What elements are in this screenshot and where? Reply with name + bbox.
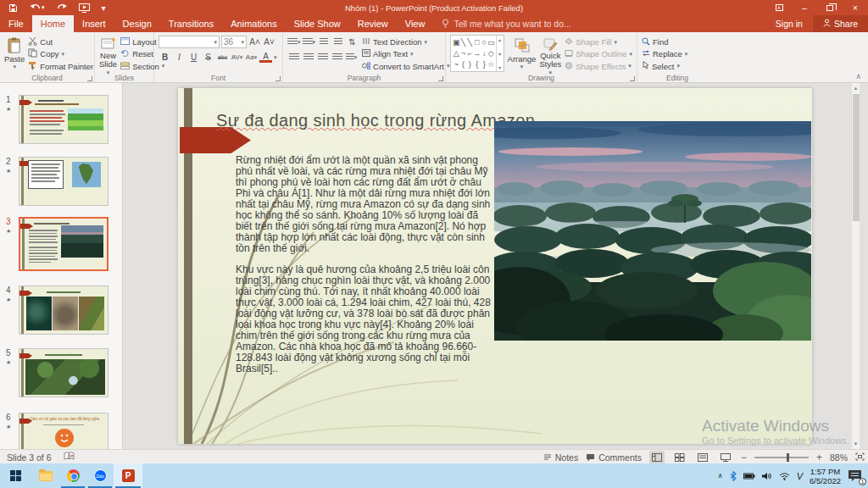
align-text-button[interactable]: Align Text▾ <box>362 48 449 59</box>
quick-styles-button[interactable]: Quick Styles▾ <box>539 35 561 72</box>
align-center-icon[interactable] <box>302 51 314 64</box>
rainforest-photo[interactable] <box>494 121 811 341</box>
comments-button[interactable]: Comments <box>586 452 642 463</box>
strikethrough-abc-button[interactable]: abc <box>216 51 229 64</box>
cut-button[interactable]: Cut <box>28 36 93 47</box>
bluetooth-icon[interactable] <box>730 471 737 481</box>
zalo-taskbar-icon[interactable]: Zalo <box>86 463 114 488</box>
font-color-button[interactable]: A <box>259 53 272 63</box>
tab-review[interactable]: Review <box>349 15 397 32</box>
shapes-gallery[interactable]: ▣╲╲□○▭ △¬⌐→↓◇ ~(){}☆ ▴▾▾ <box>450 35 504 72</box>
slide-sorter-view-button[interactable] <box>672 451 687 463</box>
tray-chevron-icon[interactable]: ∧ <box>718 472 723 480</box>
bold-button[interactable]: B <box>159 51 171 64</box>
drawing-dialog-launcher[interactable] <box>630 76 635 81</box>
volume-icon[interactable] <box>762 472 772 480</box>
replace-button[interactable]: Replace▾ <box>642 48 687 59</box>
action-center-icon[interactable]: 1 <box>848 469 863 483</box>
slide-thumbnail-3-selected[interactable] <box>19 217 108 271</box>
strikethrough-button[interactable]: S <box>202 51 214 64</box>
slide-canvas[interactable]: Sự đa dạng sinh học trong rừng Amazon Rừ… <box>178 88 812 444</box>
tab-insert[interactable]: Insert <box>74 15 114 32</box>
increase-indent-icon[interactable] <box>331 36 344 48</box>
format-painter-button[interactable]: Format Painter <box>28 61 93 72</box>
columns-icon[interactable]: ▾ <box>345 51 358 64</box>
restore-button[interactable] <box>817 0 843 15</box>
battery-icon[interactable] <box>743 473 755 480</box>
wifi-icon[interactable] <box>779 472 790 480</box>
redo-icon[interactable] <box>57 3 67 12</box>
start-button[interactable] <box>0 463 32 488</box>
tab-slideshow[interactable]: Slide Show <box>286 15 349 32</box>
scrollbar-thumb[interactable] <box>853 94 860 221</box>
file-explorer-taskbar-icon[interactable] <box>32 463 59 488</box>
shape-outline-button[interactable]: Shape Outline▾ <box>565 48 632 59</box>
shapes-gallery-scroll[interactable]: ▴▾▾ <box>496 36 504 71</box>
increase-font-size-button[interactable]: A˄ <box>248 36 261 48</box>
font-name-combo[interactable]: ▾ <box>159 36 220 48</box>
zoom-in-button[interactable]: + <box>816 452 822 463</box>
decrease-font-size-button[interactable]: A˅ <box>263 36 275 48</box>
character-spacing-button[interactable]: AV▾ <box>231 51 243 64</box>
slide-thumbnail-5[interactable] <box>19 348 108 397</box>
justify-icon[interactable] <box>331 51 343 64</box>
tab-file[interactable]: File <box>0 15 32 32</box>
ribbon-display-options-button[interactable]: ∧ <box>766 0 792 15</box>
bullets-icon[interactable]: ▾ <box>287 36 301 48</box>
reading-view-button[interactable] <box>695 451 710 463</box>
tab-transitions[interactable]: Transitions <box>160 15 222 32</box>
undo-icon[interactable]: ▾ <box>30 3 45 12</box>
select-button[interactable]: Select▾ <box>642 61 687 72</box>
tab-design[interactable]: Design <box>114 15 160 32</box>
zoom-slider-thumb[interactable] <box>787 453 789 462</box>
new-slide-button[interactable]: New Slide▾ <box>99 35 117 72</box>
align-left-icon[interactable] <box>287 51 300 64</box>
slide-thumbnail-2[interactable] <box>19 157 108 206</box>
slide-thumbnail-1[interactable] <box>19 95 108 144</box>
close-button[interactable]: × <box>843 0 868 15</box>
italic-button[interactable]: I <box>173 51 186 64</box>
text-direction-button[interactable]: Text Direction▾ <box>362 36 449 47</box>
paste-button[interactable]: Paste▾ <box>4 35 25 72</box>
slide-thumbnail-panel[interactable]: 1 ★ 2 ★ <box>0 83 123 449</box>
zoom-slider[interactable] <box>754 457 809 458</box>
powerpoint-taskbar-icon[interactable]: P <box>114 463 142 488</box>
normal-view-button[interactable] <box>649 451 665 463</box>
chrome-taskbar-icon[interactable] <box>59 463 86 488</box>
sign-in-button[interactable]: Sign in <box>765 15 813 32</box>
shape-effects-button[interactable]: Shape Effects▾ <box>565 61 632 72</box>
zoom-out-button[interactable]: − <box>741 452 747 463</box>
tab-home[interactable]: Home <box>32 15 74 32</box>
minimize-button[interactable]: – <box>792 0 817 15</box>
slideshow-view-button[interactable] <box>718 451 733 463</box>
shape-fill-button[interactable]: Shape Fill▾ <box>565 36 632 47</box>
align-right-icon[interactable] <box>316 51 329 64</box>
customize-qat-icon[interactable]: ▾ <box>102 3 106 13</box>
scroll-up-icon[interactable]: ▲ <box>852 83 860 93</box>
numbering-icon[interactable]: ▾ <box>303 36 316 48</box>
copy-button[interactable]: Copy▾ <box>28 48 93 59</box>
decrease-indent-icon[interactable] <box>317 36 330 48</box>
collapse-ribbon-icon[interactable]: ∧ <box>855 72 861 80</box>
slide-thumbnail-6[interactable]: Cảm ơn cô giáo và các bạn đã lắng nghe <box>19 413 108 449</box>
slide-thumbnail-4[interactable] <box>19 286 108 335</box>
arrange-button[interactable]: Arrange▾ <box>508 35 537 72</box>
fit-to-window-button[interactable] <box>855 452 865 463</box>
zoom-level[interactable]: 88% <box>830 452 848 463</box>
paragraph-dialog-launcher[interactable] <box>438 76 443 81</box>
clipboard-dialog-launcher[interactable] <box>87 76 92 81</box>
tab-animations[interactable]: Animations <box>222 15 285 32</box>
start-slideshow-icon[interactable] <box>79 3 90 13</box>
convert-smartart-button[interactable]: Convert to SmartArt▾ <box>362 61 449 72</box>
vertical-scrollbar[interactable]: ▲ ▼ <box>851 83 860 449</box>
spellcheck-icon[interactable] <box>64 452 75 463</box>
find-button[interactable]: Find <box>642 36 687 47</box>
notes-button[interactable]: Notes <box>543 452 578 463</box>
taskbar-clock[interactable]: 1:57 PM 6/5/2022 <box>810 467 841 485</box>
tab-view[interactable]: View <box>397 15 434 32</box>
line-spacing-icon[interactable]: ⇅ <box>346 36 359 48</box>
underline-button[interactable]: U <box>187 51 200 64</box>
save-icon[interactable] <box>8 3 18 13</box>
scroll-down-icon[interactable]: ▼ <box>852 439 860 449</box>
font-size-combo[interactable]: 36▾ <box>221 36 247 48</box>
